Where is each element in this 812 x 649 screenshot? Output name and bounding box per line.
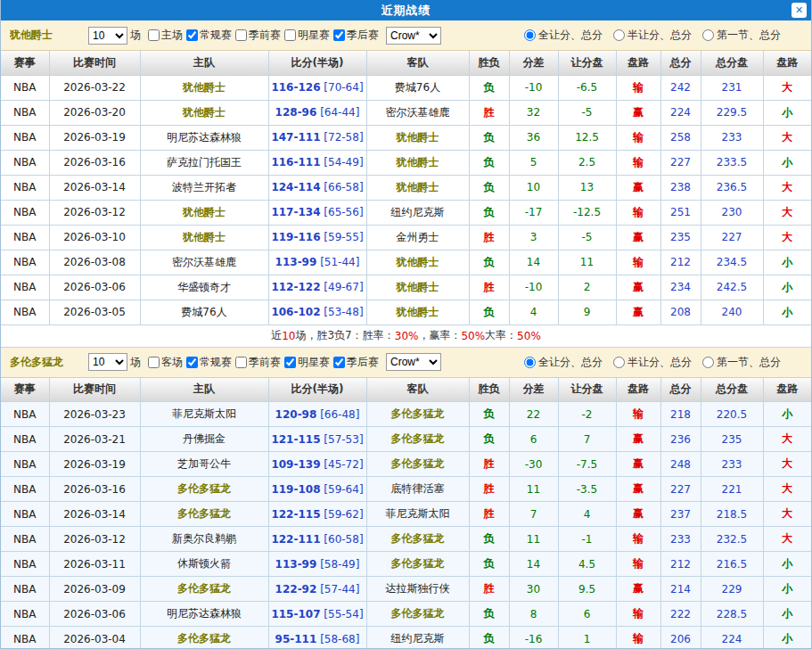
- score-cell[interactable]: 117-134 [65-56]: [268, 200, 366, 225]
- score-cell[interactable]: 95-111 [58-68]: [268, 627, 366, 649]
- stat-type-radio[interactable]: 全让分、总分: [524, 28, 603, 43]
- checkbox-input[interactable]: [333, 357, 345, 368]
- filter-checkbox[interactable]: 主场: [145, 28, 183, 43]
- stat-type-radio[interactable]: 半让分、总分: [613, 355, 692, 370]
- away-team-cell[interactable]: 金州勇士: [366, 225, 469, 250]
- score-cell[interactable]: 106-102 [53-48]: [268, 300, 366, 324]
- handicap-result: 赢: [633, 281, 644, 293]
- score-cell[interactable]: 122-115 [59-62]: [268, 502, 366, 527]
- stat-type-radio[interactable]: 第一节、总分: [702, 355, 781, 370]
- score-cell[interactable]: 116-111 [54-49]: [268, 150, 366, 175]
- home-team-cell[interactable]: 多伦多猛龙: [140, 627, 268, 649]
- score-cell[interactable]: 128-96 [64-44]: [268, 100, 366, 125]
- score-cell[interactable]: 122-92 [57-44]: [268, 577, 366, 602]
- close-icon[interactable]: ✕: [791, 3, 807, 18]
- away-team-cell[interactable]: 费城76人: [366, 75, 469, 100]
- home-team-cell[interactable]: 萨克拉门托国王: [140, 150, 268, 175]
- games-count-select[interactable]: 10: [88, 27, 127, 45]
- checkbox-input[interactable]: [284, 357, 296, 368]
- home-team-cell[interactable]: 明尼苏达森林狼: [140, 125, 268, 150]
- away-team-cell[interactable]: 密尔沃基雄鹿: [366, 100, 469, 125]
- stat-type-radio[interactable]: 全让分、总分: [524, 355, 603, 370]
- home-team-cell[interactable]: 犹他爵士: [140, 225, 268, 250]
- radio-input[interactable]: [702, 357, 714, 368]
- score-cell[interactable]: 113-99 [51-44]: [268, 250, 366, 275]
- away-team-cell[interactable]: 犹他爵士: [366, 175, 469, 200]
- home-team-cell[interactable]: 多伦多猛龙: [140, 577, 268, 602]
- stat-type-radio[interactable]: 半让分、总分: [613, 28, 692, 43]
- home-team-cell[interactable]: 多伦多猛龙: [140, 502, 268, 527]
- home-team-cell[interactable]: 密尔沃基雄鹿: [140, 250, 268, 275]
- home-team-cell[interactable]: 丹佛掘金: [140, 427, 268, 452]
- away-team-cell[interactable]: 多伦多猛龙: [366, 527, 469, 552]
- home-team-cell[interactable]: 菲尼克斯太阳: [140, 402, 268, 427]
- filter-checkbox[interactable]: 季前赛: [233, 28, 281, 43]
- radio-input[interactable]: [613, 357, 625, 368]
- away-team-cell[interactable]: 犹他爵士: [366, 275, 469, 300]
- away-team-cell[interactable]: 底特律活塞: [366, 477, 469, 502]
- bookmaker-select[interactable]: Crow*: [386, 27, 441, 45]
- checkbox-input[interactable]: [235, 357, 247, 368]
- checkbox-input[interactable]: [148, 29, 160, 41]
- score-cell[interactable]: 120-98 [66-48]: [268, 402, 366, 427]
- away-team-cell[interactable]: 纽约尼克斯: [366, 200, 469, 225]
- games-count-select[interactable]: 10: [88, 353, 127, 371]
- score-cell[interactable]: 116-126 [70-64]: [268, 75, 366, 100]
- home-team-cell[interactable]: 休斯顿火箭: [140, 552, 268, 577]
- home-team-cell[interactable]: 多伦多猛龙: [140, 477, 268, 502]
- away-team-cell[interactable]: 多伦多猛龙: [366, 552, 469, 577]
- score-cell[interactable]: 122-111 [60-58]: [268, 527, 366, 552]
- checkbox-input[interactable]: [186, 29, 198, 41]
- checkbox-input[interactable]: [284, 29, 296, 41]
- score-cell[interactable]: 109-139 [45-72]: [268, 452, 366, 477]
- away-team-cell[interactable]: 犹他爵士: [366, 300, 469, 324]
- filter-checkbox[interactable]: 明星赛: [282, 355, 330, 370]
- away-team-cell[interactable]: 纽约尼克斯: [366, 627, 469, 649]
- score-cell[interactable]: 112-122 [49-67]: [268, 275, 366, 300]
- filter-checkbox[interactable]: 季后赛: [331, 28, 379, 43]
- total-line-cell: 242.5: [701, 275, 763, 300]
- away-team-cell[interactable]: 多伦多猛龙: [366, 452, 469, 477]
- checkbox-input[interactable]: [235, 29, 247, 41]
- home-team-cell[interactable]: 犹他爵士: [140, 200, 268, 225]
- filter-checkbox[interactable]: 客场: [145, 355, 183, 370]
- away-team-cell[interactable]: 犹他爵士: [366, 125, 469, 150]
- filter-checkbox[interactable]: 季后赛: [331, 355, 379, 370]
- checkbox-input[interactable]: [333, 29, 345, 41]
- score-cell[interactable]: 147-111 [72-58]: [268, 125, 366, 150]
- away-team-cell[interactable]: 多伦多猛龙: [366, 427, 469, 452]
- away-team-cell[interactable]: 达拉斯独行侠: [366, 577, 469, 602]
- score-cell[interactable]: 115-107 [55-54]: [268, 602, 366, 627]
- filter-checkbox[interactable]: 季前赛: [233, 355, 281, 370]
- home-team-cell[interactable]: 芝加哥公牛: [140, 452, 268, 477]
- score-cell[interactable]: 119-108 [59-64]: [268, 477, 366, 502]
- radio-input[interactable]: [613, 29, 625, 41]
- radio-input[interactable]: [524, 29, 536, 41]
- away-team-name: 多伦多猛龙: [391, 432, 445, 445]
- home-team-cell[interactable]: 华盛顿奇才: [140, 275, 268, 300]
- away-team-cell[interactable]: 多伦多猛龙: [366, 602, 469, 627]
- home-team-cell[interactable]: 犹他爵士: [140, 75, 268, 100]
- away-team-cell[interactable]: 多伦多猛龙: [366, 402, 469, 427]
- checkbox-input[interactable]: [148, 357, 160, 368]
- radio-input[interactable]: [524, 357, 536, 368]
- score-cell[interactable]: 124-114 [66-58]: [268, 175, 366, 200]
- score-cell[interactable]: 121-115 [57-53]: [268, 427, 366, 452]
- home-team-cell[interactable]: 犹他爵士: [140, 100, 268, 125]
- score-cell[interactable]: 119-116 [59-55]: [268, 225, 366, 250]
- filter-checkbox[interactable]: 明星赛: [282, 28, 330, 43]
- away-team-cell[interactable]: 犹他爵士: [366, 150, 469, 175]
- away-team-cell[interactable]: 犹他爵士: [366, 250, 469, 275]
- bookmaker-select[interactable]: Crow*: [386, 353, 441, 371]
- checkbox-input[interactable]: [186, 357, 198, 368]
- home-team-cell[interactable]: 明尼苏达森林狼: [140, 602, 268, 627]
- filter-checkbox[interactable]: 常规赛: [184, 355, 232, 370]
- home-team-cell[interactable]: 波特兰开拓者: [140, 175, 268, 200]
- radio-input[interactable]: [702, 29, 714, 41]
- home-team-cell[interactable]: 费城76人: [140, 300, 268, 324]
- stat-type-radio[interactable]: 第一节、总分: [702, 28, 781, 43]
- away-team-cell[interactable]: 菲尼克斯太阳: [366, 502, 469, 527]
- home-team-cell[interactable]: 新奥尔良鹈鹕: [140, 527, 268, 552]
- filter-checkbox[interactable]: 常规赛: [184, 28, 232, 43]
- score-cell[interactable]: 113-99 [58-49]: [268, 552, 366, 577]
